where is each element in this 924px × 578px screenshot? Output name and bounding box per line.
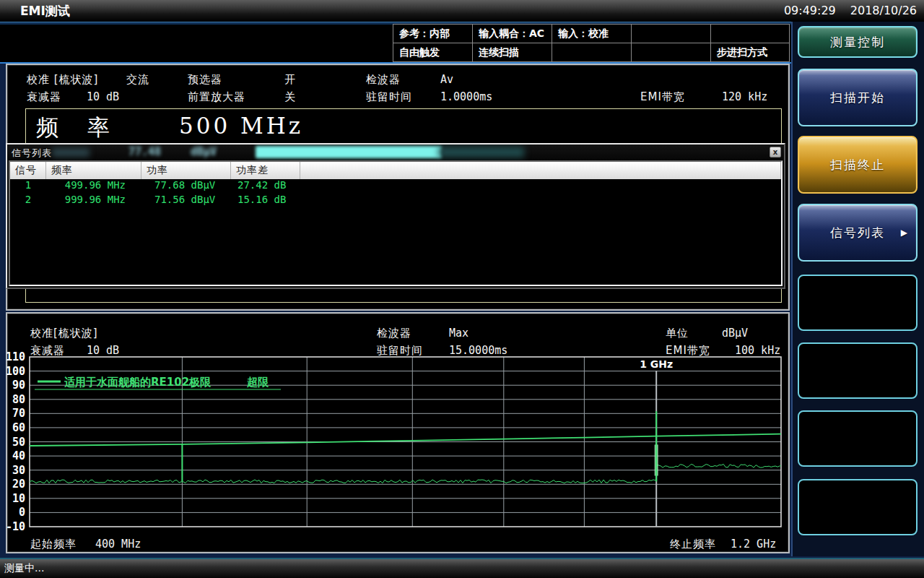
col-header-signal: 信号 (10, 162, 46, 179)
svg-text:0: 0 (19, 506, 25, 519)
svg-text:50: 50 (12, 436, 25, 449)
status-table: 参考：内部 输入耦合：AC 输入：校准 自由触发 连续扫描 步进扫方式 (393, 25, 790, 62)
blurred-value-fragment: 77.48 (128, 145, 161, 158)
signal-table-header: 信号 频率 功率 功率差 (10, 162, 781, 179)
upper-attenuator-label: 衰减器 (27, 90, 61, 104)
frequency-label: 频率 (36, 113, 139, 143)
signal-freq: 499.96 MHz (46, 179, 141, 194)
svg-text:70: 70 (12, 407, 25, 420)
lower-unit-value: dBμV (722, 327, 748, 340)
status-empty-4 (631, 43, 711, 62)
svg-text:60: 60 (12, 421, 25, 434)
col-header-power: 功率 (141, 162, 231, 179)
status-input: 输入：校准 (552, 24, 632, 43)
upper-emi-bw-value: 120 kHz (722, 90, 767, 103)
upper-coupling-value: 交流 (126, 73, 149, 87)
submenu-arrow-icon: ▶ (901, 228, 909, 238)
signal-list-button-label: 信号列表 (830, 225, 885, 241)
upper-dwell-value: 1.0000ms (440, 90, 492, 103)
status-trigger: 自由触发 (393, 43, 473, 62)
signal-window-titlebar[interactable]: 信号列表 77.48 dBμV x (7, 144, 784, 160)
upper-preselector-value: 开 (284, 73, 296, 87)
signal-id: 2 (10, 194, 46, 208)
svg-text:40: 40 (12, 449, 25, 462)
status-empty-3 (552, 43, 632, 62)
progress-bar-tail (439, 147, 524, 158)
blurred-unit-fragment: dBμV (191, 145, 217, 158)
status-empty-2 (710, 24, 790, 43)
status-bar: 测量中... (0, 558, 924, 578)
status-sweep-mode: 连续扫描 (472, 43, 552, 62)
scan-stop-button[interactable]: 扫描终止 (798, 136, 918, 194)
signal-power: 71.56 dBμV (141, 194, 231, 208)
progress-bar-blurred (256, 146, 442, 158)
chart-area: 1101009080706050403020100-101 GHz适用于水面舰船… (4, 350, 787, 540)
upper-preamp-label: 前置放大器 (188, 90, 245, 104)
upper-preselector-label: 预选器 (188, 73, 222, 87)
upper-cal-label: 校准 [梳状波] (27, 73, 98, 87)
svg-text:110: 110 (6, 350, 25, 363)
softkey-empty-2[interactable] (798, 342, 918, 399)
upper-detector-label: 检波器 (366, 73, 401, 87)
lower-unit-label: 单位 (666, 327, 689, 340)
frequency-value: 500 MHz (179, 113, 303, 139)
col-header-filler (300, 162, 781, 179)
col-header-frequency: 频率 (46, 162, 141, 179)
svg-text:30: 30 (12, 464, 25, 477)
clock: 09:49:29 2018/10/26 (784, 4, 917, 17)
softkey-empty-4[interactable] (798, 479, 918, 535)
softkey-empty-3[interactable] (798, 410, 918, 467)
signal-table-row[interactable]: 2 999.96 MHz 71.56 dBμV 15.16 dB (10, 194, 781, 208)
signal-power-diff: 15.16 dB (231, 194, 300, 208)
clock-time: 09:49:29 (784, 4, 836, 17)
svg-text:90: 90 (12, 379, 25, 392)
status-step-scan-mode: 步进扫方式 (710, 43, 790, 62)
signal-list-window: 信号列表 77.48 dBμV x 信号 频率 功率 功率差 1 499.96 … (6, 143, 785, 289)
lower-detector-label: 检波器 (377, 327, 411, 340)
emi-spectrum-chart: 1101009080706050403020100-101 GHz适用于水面舰船… (4, 350, 787, 540)
upper-dwell-label: 驻留时间 (366, 90, 412, 104)
close-icon[interactable]: x (770, 147, 781, 158)
status-input-coupling: 输入耦合：AC (472, 24, 552, 43)
instrument-status-zone: 参考：内部 输入耦合：AC 输入：校准 自由触发 连续扫描 步进扫方式 (0, 25, 791, 64)
status-message: 测量中... (4, 562, 44, 575)
clock-date: 2018/10/26 (850, 4, 917, 17)
signal-id: 1 (10, 179, 46, 194)
upper-attenuator-value: 10 dB (87, 90, 119, 103)
lower-cal-label: 校准[梳状波] (30, 327, 98, 340)
col-header-power-diff: 功率差 (231, 162, 300, 179)
svg-text:100: 100 (6, 365, 25, 378)
status-empty-1 (631, 24, 711, 43)
app-title: EMI测试 (20, 3, 70, 20)
upper-detector-value: Av (440, 73, 453, 86)
scan-start-button[interactable]: 扫描开始 (798, 69, 918, 126)
upper-preamp-value: 关 (284, 90, 296, 104)
upper-emi-bw-label: EMI带宽 (640, 90, 685, 104)
signal-power-diff: 27.42 dB (231, 179, 300, 194)
svg-text:20: 20 (12, 478, 25, 491)
menu-header-measure-control[interactable]: 测量控制 (798, 26, 918, 58)
signal-list-button[interactable]: 信号列表 ▶ (798, 204, 918, 262)
signal-window-title: 信号列表 (12, 147, 52, 160)
lower-detector-value: Max (449, 327, 468, 340)
window-titlebar: EMI测试 09:49:29 2018/10/26 (0, 0, 924, 22)
svg-text:80: 80 (12, 393, 25, 406)
svg-text:-10: -10 (6, 520, 25, 533)
softkey-sidebar: 测量控制 扫描开始 扫描终止 信号列表 ▶ (791, 22, 924, 556)
blurred-background-blob (52, 148, 90, 157)
svg-text:1 GHz: 1 GHz (640, 358, 673, 370)
status-reference: 参考：内部 (393, 24, 473, 43)
svg-text:10: 10 (12, 492, 25, 505)
svg-text:适用于水面舰船的RE102极限: 适用于水面舰船的RE102极限 (64, 376, 212, 389)
signal-power: 77.68 dBμV (141, 179, 231, 194)
signal-freq: 999.96 MHz (46, 194, 141, 208)
signal-table-frame: 信号 频率 功率 功率差 1 499.96 MHz 77.68 dBμV 27.… (9, 160, 783, 286)
softkey-empty-1[interactable] (798, 275, 918, 331)
signal-table-row[interactable]: 1 499.96 MHz 77.68 dBμV 27.42 dB (10, 179, 781, 194)
svg-text:超限: 超限 (246, 376, 269, 389)
emi-receiver-screen: EMI测试 09:49:29 2018/10/26 参考：内部 输入耦合：AC … (0, 0, 924, 578)
